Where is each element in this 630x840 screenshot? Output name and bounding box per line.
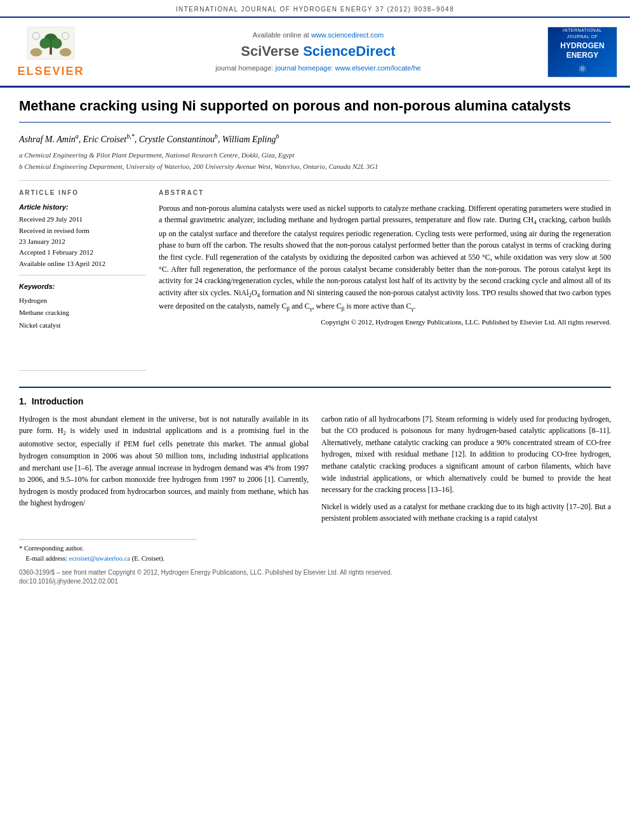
hydrogen-journal-cover: International Journal of HYDROGENENERGY … [547, 27, 617, 77]
keyword-3: Nickel catalyst [19, 319, 146, 332]
author-1-sup: a [76, 133, 79, 140]
author-1: Ashraf M. Amin [19, 134, 76, 143]
intro-section-title: 1.Introduction [19, 396, 611, 408]
doi-text: doi:10.1016/j.ijhydene.2012.02.001 [19, 577, 611, 586]
bottom-bar: 0360-3199/$ – see front matter Copyright… [19, 568, 611, 586]
journal-atom-icon: ⚛ [578, 62, 587, 76]
intro-right-text-1: carbon ratio of all hydrocarbons [7]. St… [321, 413, 611, 496]
available-online-text: Available online at www.sciencedirect.co… [89, 30, 547, 40]
keywords-label: Keywords: [19, 282, 146, 291]
svg-point-5 [30, 48, 42, 57]
publisher-banner: ELSEVIER Available online at www.science… [0, 18, 630, 88]
revised-date: 23 January 2012 [19, 237, 146, 246]
author-3-sup: b [215, 133, 218, 140]
affiliations-block: a Chemical Engineering & Pilot Plant Dep… [19, 150, 611, 181]
author-4: William Epling [222, 134, 276, 143]
authors-line: Ashraf M. Amina, Eric Croisetb,*, Crystl… [19, 132, 611, 145]
intro-right-col: carbon ratio of all hydrocarbons [7]. St… [321, 413, 611, 530]
left-column: ARTICLE INFO Article history: Received 2… [19, 189, 146, 377]
elsevier-logo: ELSEVIER [13, 24, 89, 79]
accepted-date: Accepted 1 February 2012 [19, 248, 146, 257]
intro-section-divider [19, 387, 611, 388]
abstract-body: Porous and non-porous alumina catalysts … [159, 203, 611, 314]
elsevier-tree-icon [22, 24, 79, 62]
journal-header: INTERNATIONAL JOURNAL OF HYDROGEN ENERGY… [0, 0, 630, 18]
affiliation-1: a Chemical Engineering & Pilot Plant Dep… [19, 150, 611, 160]
footnote-corresponding: * Corresponding author. [19, 543, 611, 554]
sciencedirect-brand: ScienceDirect [303, 43, 396, 59]
footnote-email: E-mail address: ecroiset@uwaterloo.ca (E… [19, 554, 611, 564]
email-person: (E. Croiset). [132, 555, 165, 562]
email-address[interactable]: ecroiset@uwaterloo.ca [69, 555, 130, 562]
article-title: Methane cracking using Ni supported on p… [19, 97, 611, 123]
keyword-1: Hydrogen [19, 295, 146, 307]
sciverse-logo: SciVerse ScienceDirect [89, 42, 547, 62]
svg-rect-1 [50, 48, 52, 55]
journal-he-title: HYDROGENENERGY [560, 41, 604, 60]
intro-left-col: Hydrogen is the most abundant element in… [19, 413, 309, 530]
banner-center: Available online at www.sciencedirect.co… [89, 30, 547, 74]
introduction-columns: Hydrogen is the most abundant element in… [19, 413, 611, 530]
intro-right-text-2: Nickel is widely used as a catalyst for … [321, 501, 611, 524]
journal-title-header: INTERNATIONAL JOURNAL OF HYDROGEN ENERGY… [176, 6, 454, 13]
right-column: ABSTRACT Porous and non-porous alumina c… [159, 189, 611, 377]
history-label: Article history: [19, 203, 146, 212]
left-col-divider-2 [19, 370, 146, 371]
journal-url[interactable]: journal homepage: www.elsevier.com/locat… [275, 64, 420, 72]
article-info-header: ARTICLE INFO [19, 189, 146, 197]
author-3: Crystle Constantinou [139, 134, 215, 143]
received-date: Received 29 July 2011 [19, 215, 146, 224]
keyword-2: Methane cracking [19, 307, 146, 319]
abstract-header: ABSTRACT [159, 189, 611, 197]
svg-point-3 [39, 38, 50, 49]
journal-homepage: journal homepage: journal homepage: www.… [89, 63, 547, 73]
section-number: 1. [19, 396, 27, 406]
svg-point-6 [60, 48, 71, 57]
intro-left-text: Hydrogen is the most abundant element in… [19, 413, 309, 509]
email-label: E-mail address: [26, 555, 68, 562]
received-revised-label: Received in revised form [19, 226, 146, 236]
footnote-divider [19, 539, 197, 540]
affiliation-2: b Chemical Engineering Department, Unive… [19, 162, 611, 171]
section-title-text: Introduction [32, 396, 84, 406]
sciencedirect-link[interactable]: www.sciencedirect.com [311, 31, 384, 39]
article-info-abstract-columns: ARTICLE INFO Article history: Received 2… [19, 189, 611, 377]
elsevier-text: ELSEVIER [17, 63, 84, 79]
journal-intl-label: International Journal of [551, 27, 613, 40]
main-content: Methane cracking using Ni supported on p… [0, 88, 630, 599]
svg-point-4 [51, 38, 62, 49]
issn-text: 0360-3199/$ – see front matter Copyright… [19, 568, 611, 577]
left-col-divider-1 [19, 275, 146, 276]
author-2: Eric Croiset [83, 134, 126, 143]
corresponding-author-label: * Corresponding author. [19, 545, 84, 552]
author-2-sup: b,* [126, 133, 135, 140]
author-4-sup: b [276, 133, 279, 140]
copyright-text: Copyright © 2012, Hydrogen Energy Public… [159, 317, 611, 327]
available-online-date: Available online 13 April 2012 [19, 259, 146, 269]
keywords-list: Hydrogen Methane cracking Nickel catalys… [19, 295, 146, 332]
